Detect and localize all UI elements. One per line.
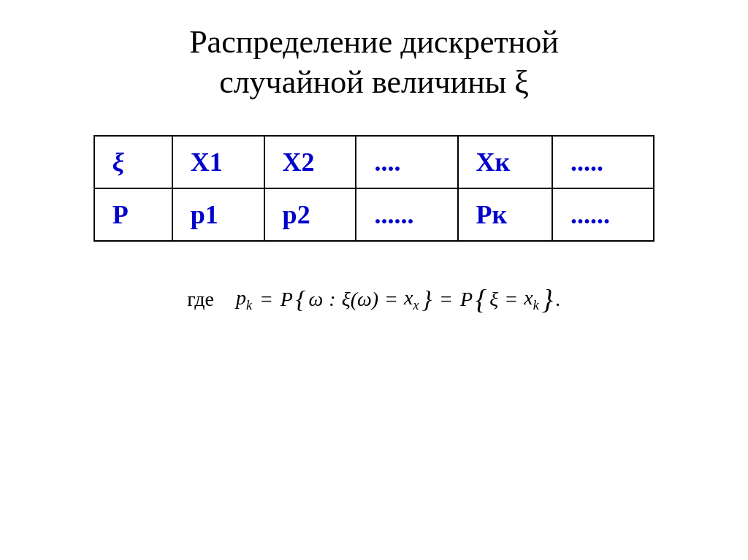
table-cell-p1: p1 (172, 188, 264, 241)
formula-equals1: = (259, 288, 273, 311)
formula-equals4: = (504, 288, 518, 311)
table-cell-dots2: ..... (552, 136, 654, 188)
distribution-table: ξ X1 X2 .... Xк ..... P p1 p2 ...... Pк … (94, 135, 654, 242)
table-cell-x1: X1 (172, 136, 264, 188)
formula-section: где pk = P { ω : ξ(ω) = xx } = P { ξ = x… (44, 285, 704, 313)
table-cell-xi: ξ (94, 136, 172, 188)
title-line1: Распределение дискретной (189, 22, 559, 62)
table-cell-dots1: .... (356, 136, 457, 188)
formula-expression: pk = P { ω : ξ(ω) = xx } = P { ξ = xk } … (236, 285, 561, 313)
formula-big-brace-close: } (542, 285, 553, 313)
title-line2: случайной величины ξ (189, 62, 559, 102)
table-cell-pk: Pк (458, 188, 552, 241)
table-cell-p: P (94, 188, 172, 241)
formula-big-brace-open: { (476, 285, 486, 313)
formula-p1: P (280, 288, 293, 311)
distribution-table-wrapper: ξ X1 X2 .... Xк ..... P p1 p2 ...... Pк … (44, 135, 704, 242)
table-cell-dots3: ...... (356, 188, 457, 241)
formula-p2: P (460, 288, 473, 311)
formula-omega: ω (309, 288, 324, 311)
formula-xx: xx (404, 286, 419, 313)
formula-equals2: = (384, 288, 398, 311)
formula-pk: pk (236, 286, 252, 313)
formula-equals3: = (439, 288, 453, 311)
formula-brace-close1: } (421, 287, 432, 312)
table-cell-p2: p2 (264, 188, 356, 241)
table-row: P p1 p2 ...... Pк ...... (94, 188, 654, 241)
formula-xi-omega: ξ(ω) (342, 288, 378, 311)
table-cell-xk: Xк (458, 136, 552, 188)
slide-title: Распределение дискретной случайной велич… (189, 22, 559, 102)
formula-colon: : (329, 288, 335, 311)
formula-xi2: ξ (489, 288, 498, 311)
where-label: где (187, 288, 214, 311)
formula-dot: . (556, 288, 561, 311)
table-cell-dots4: ...... (552, 188, 654, 241)
table-row: ξ X1 X2 .... Xк ..... (94, 136, 654, 188)
table-cell-x2: X2 (264, 136, 356, 188)
formula-xk: xk (524, 286, 538, 313)
formula-brace-open1: { (296, 287, 306, 312)
